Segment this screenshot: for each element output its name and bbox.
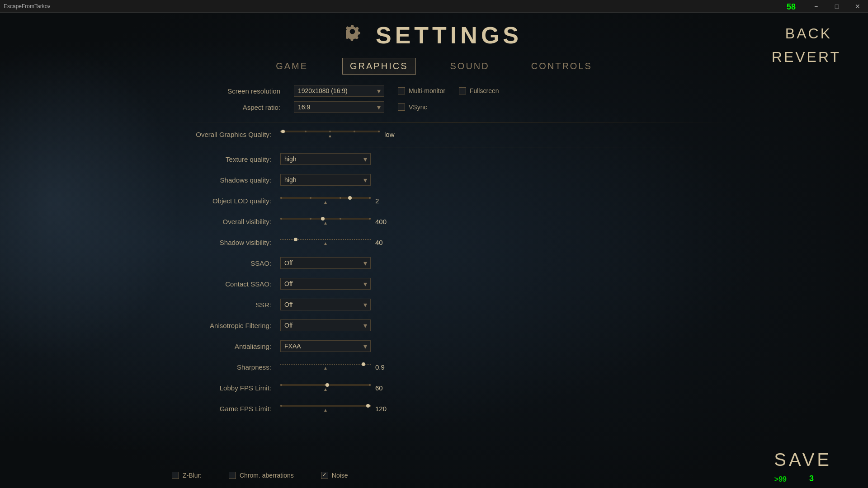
anisotropic-row: Anisotropic Filtering: Off — [172, 317, 732, 333]
sharpness-control: ▲ 0.9 — [280, 363, 732, 371]
bottom-checkboxes: Z-Blur: Chrom. aberrations Noise — [172, 472, 732, 479]
texture-quality-select-wrapper: high — [280, 153, 371, 165]
sharpness-arrow: ▲ — [323, 366, 328, 371]
fps-counter-top: 58 — [787, 2, 796, 12]
ssao-row: SSAO: Off — [172, 255, 732, 271]
tab-graphics[interactable]: GRAPHICS — [342, 58, 415, 75]
anisotropic-control: Off — [280, 319, 732, 331]
object-lod-thumb — [348, 196, 352, 200]
overall-quality-track[interactable] — [280, 131, 380, 132]
shadow-visibility-value: 40 — [375, 239, 393, 246]
q-dot-4 — [354, 131, 355, 132]
texture-quality-label: Texture quality: — [172, 155, 280, 163]
shadow-visibility-arrow: ▲ — [323, 241, 328, 246]
vsync-checkbox[interactable] — [398, 103, 405, 111]
resolution-select-wrapper: 868x488 (16:9) — [294, 85, 384, 97]
minimize-button[interactable]: − — [806, 0, 826, 13]
ssao-label: SSAO: — [172, 259, 280, 267]
maximize-button[interactable]: □ — [826, 0, 847, 13]
sharpness-track[interactable] — [280, 364, 371, 365]
fullscreen-checkbox[interactable] — [459, 87, 466, 94]
aspect-ratio-label: Aspect ratio: — [199, 103, 280, 111]
q-dot-2 — [305, 131, 307, 132]
overall-quality-label: Overall Graphics Quality: — [172, 131, 280, 138]
fps-counter-bottom-left: >99 — [774, 475, 787, 483]
noise-checkbox[interactable] — [321, 472, 328, 479]
nav-tabs: GAME GRAPHICS SOUND CONTROLS — [269, 58, 599, 75]
texture-quality-select[interactable]: high — [280, 153, 371, 165]
antialiasing-select[interactable]: FXAA — [280, 340, 371, 352]
settings-panel: Screen resolution 868x488 (16:9) Multi… — [172, 85, 732, 461]
ssr-row: SSR: Off — [172, 296, 732, 313]
sharpness-value: 0.9 — [375, 363, 393, 371]
settings-title: SETTINGS — [376, 22, 522, 49]
game-fps-label: Game FPS Limit: — [172, 405, 280, 413]
lobby-fps-value: 60 — [375, 384, 393, 392]
divider-1 — [172, 122, 732, 122]
ssao-select-wrapper: Off — [280, 257, 371, 269]
ssao-select[interactable]: Off — [280, 257, 371, 269]
multi-monitor-checkbox[interactable] — [398, 87, 405, 94]
save-button[interactable]: SAVE — [774, 450, 832, 470]
object-lod-label: Object LOD quality: — [172, 197, 280, 205]
overall-visibility-track[interactable] — [280, 218, 371, 220]
shadows-quality-control: high — [280, 174, 732, 186]
lod-dot-3 — [340, 197, 341, 199]
tab-sound[interactable]: SOUND — [443, 58, 497, 74]
lobby-fps-track[interactable] — [280, 384, 371, 386]
overall-visibility-arrow: ▲ — [323, 221, 328, 225]
tab-game[interactable]: GAME — [269, 58, 315, 74]
object-lod-control: ▲ 2 — [280, 197, 732, 205]
window-bar: EscapeFromTarkov − □ ✕ — [0, 0, 868, 13]
game-fps-value: 120 — [375, 405, 393, 413]
vsync-group: VSync — [398, 103, 427, 111]
aspect-ratio-row: Aspect ratio: 16:9 VSync — [172, 101, 732, 113]
shadow-visibility-control: ▲ 40 — [280, 239, 732, 246]
overall-quality-thumb — [281, 130, 285, 133]
header: SETTINGS GAME GRAPHICS SOUND CONTROLS — [0, 13, 868, 75]
overall-quality-value: low — [384, 131, 402, 138]
multi-monitor-label: Multi-monitor — [409, 87, 445, 94]
z-blur-label: Z-Blur: — [183, 472, 202, 479]
game-fps-row: Game FPS Limit: ▲ 120 — [172, 400, 732, 417]
ssr-select[interactable]: Off — [280, 299, 371, 310]
overall-quality-control: ▲ low — [280, 131, 732, 138]
chrom-aberrations-checkbox[interactable] — [229, 472, 236, 479]
shadows-quality-select[interactable]: high — [280, 174, 371, 186]
antialiasing-select-wrapper: FXAA — [280, 340, 371, 352]
game-dot-1 — [280, 405, 282, 407]
ssr-label: SSR: — [172, 301, 280, 309]
lobby-dot-1 — [280, 384, 282, 386]
noise-label: Noise — [332, 472, 348, 479]
lobby-fps-arrow: ▲ — [323, 387, 328, 392]
resolution-select[interactable]: 868x488 (16:9) — [294, 85, 384, 97]
antialiasing-control: FXAA — [280, 340, 732, 352]
close-button[interactable]: ✕ — [847, 0, 868, 13]
back-button[interactable]: BACK — [785, 25, 832, 42]
sharpness-label: Sharpness: — [172, 363, 280, 371]
tab-controls[interactable]: CONTROLS — [524, 58, 599, 74]
ssr-select-wrapper: Off — [280, 299, 371, 310]
q-dot-5 — [378, 131, 380, 132]
z-blur-group: Z-Blur: — [172, 472, 202, 479]
contact-ssao-label: Contact SSAO: — [172, 280, 280, 288]
game-fps-track[interactable] — [280, 405, 371, 407]
shadow-visibility-slider-container: ▲ — [280, 239, 371, 246]
q-dot-3 — [329, 131, 331, 132]
shadow-visibility-track[interactable] — [280, 239, 371, 240]
object-lod-track[interactable] — [280, 197, 371, 199]
lobby-dot-3 — [369, 384, 371, 386]
revert-button[interactable]: REVERT — [772, 49, 841, 66]
anisotropic-select[interactable]: Off — [280, 319, 371, 331]
lobby-fps-control: ▲ 60 — [280, 384, 732, 392]
shadow-visibility-label: Shadow visibility: — [172, 239, 280, 246]
aspect-ratio-select[interactable]: 16:9 — [294, 101, 384, 113]
game-fps-arrow: ▲ — [323, 408, 328, 413]
fullscreen-label: Fullscreen — [470, 87, 499, 94]
content-area: SETTINGS GAME GRAPHICS SOUND CONTROLS BA… — [0, 13, 868, 488]
shadow-visibility-thumb — [294, 238, 297, 241]
resolution-label: Screen resolution — [199, 87, 280, 95]
vis-dot-1 — [280, 218, 282, 220]
z-blur-checkbox[interactable] — [172, 472, 179, 479]
contact-ssao-select[interactable]: Off — [280, 278, 371, 290]
